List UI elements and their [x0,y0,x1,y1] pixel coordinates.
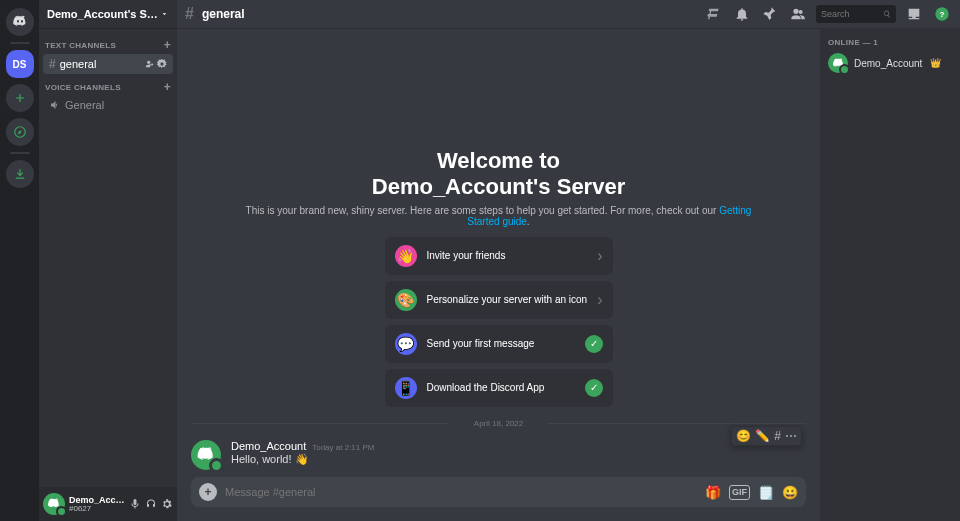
card-label: Invite your friends [427,250,588,261]
text-channels-category[interactable]: TEXT CHANNELS + [39,32,177,54]
category-label: TEXT CHANNELS [45,41,116,50]
server-rail: DS [0,0,39,521]
self-info[interactable]: Demo_Acco... #0627 [69,496,125,513]
hash-icon: # [49,57,56,71]
welcome-title: Welcome to Demo_Account's Server [239,148,759,201]
inbox-button[interactable] [904,4,924,24]
gif-button[interactable]: GIF [729,485,750,500]
attach-button[interactable]: + [199,483,217,501]
member-name: Demo_Account [854,58,922,69]
svg-text:?: ? [940,10,945,19]
message-author[interactable]: Demo_Account [231,440,306,452]
home-button[interactable] [6,8,34,36]
threads-button[interactable] [704,4,724,24]
gift-button[interactable]: 🎁 [705,485,721,500]
check-icon: ✓ [585,379,603,397]
voice-channels-category[interactable]: VOICE CHANNELS + [39,74,177,96]
channel-title: general [202,7,245,21]
sticker-button[interactable]: 🗒️ [758,485,774,500]
thread-button[interactable]: # [774,429,781,443]
invite-friends-icon: 👋 [395,245,417,267]
category-label: VOICE CHANNELS [45,83,121,92]
deafen-button[interactable] [145,498,157,510]
server-name: Demo_Account's Server [47,8,160,20]
chevron-right-icon: › [597,247,602,265]
hash-icon: # [185,5,194,23]
card-label: Download the Discord App [427,382,575,393]
search-icon [883,9,891,19]
discord-logo-icon [196,445,216,465]
first-message-icon: 💬 [395,333,417,355]
download-apps-button[interactable] [6,160,34,188]
emoji-button[interactable]: 😀 [782,485,798,500]
add-server-button[interactable] [6,84,34,112]
topbar: # general ? [177,0,960,28]
member-avatar [828,53,848,73]
server-header[interactable]: Demo_Account's Server [39,0,177,28]
chevron-down-icon [160,9,169,19]
user-panel: Demo_Acco... #0627 [39,487,177,521]
welcome-card-download[interactable]: 📱 Download the Discord App ✓ [385,369,613,407]
mute-button[interactable] [129,498,141,510]
discord-logo-icon [47,497,61,511]
search-box[interactable] [816,5,896,23]
download-icon [13,167,27,181]
plus-icon [13,91,27,105]
message-scroller[interactable]: Welcome to Demo_Account's Server This is… [177,28,820,477]
date-divider: April 18, 2022 [191,419,806,428]
welcome-block: Welcome to Demo_Account's Server This is… [239,148,759,407]
explore-servers-button[interactable] [6,118,34,146]
welcome-subtitle: This is your brand new, shiny server. He… [239,205,759,227]
channel-sidebar: Demo_Account's Server TEXT CHANNELS + # … [39,0,177,521]
invite-icon[interactable] [145,59,155,69]
help-button[interactable]: ? [932,4,952,24]
composer: + 🎁 GIF 🗒️ 😀 [177,477,820,521]
edit-button[interactable]: ✏️ [755,429,770,443]
server-icon[interactable]: DS [6,50,34,78]
member-list[interactable]: ONLINE — 1 Demo_Account 👑 [820,28,960,521]
welcome-card-personalize[interactable]: 🎨 Personalize your server with an icon › [385,281,613,319]
composer-box[interactable]: + 🎁 GIF 🗒️ 😀 [191,477,806,507]
chevron-right-icon: › [597,291,602,309]
add-reaction-button[interactable]: 😊 [736,429,751,443]
search-input[interactable] [821,9,879,19]
self-tag: #0627 [69,505,125,513]
self-avatar[interactable] [43,493,65,515]
channel-label: general [60,58,97,70]
more-button[interactable]: ⋯ [785,429,797,443]
personalize-icon: 🎨 [395,289,417,311]
card-label: Personalize your server with an icon [427,294,588,305]
rail-separator [10,152,30,154]
channel-label: General [65,99,104,111]
add-channel-button[interactable]: + [164,80,171,94]
discord-logo-icon [12,14,28,30]
discord-logo-icon [832,57,845,70]
message: Demo_Account Today at 2:11 PM Hello, wor… [191,436,806,474]
download-app-icon: 📱 [395,377,417,399]
welcome-card-first-message[interactable]: 💬 Send your first message ✓ [385,325,613,363]
rail-separator [10,42,30,44]
check-icon: ✓ [585,335,603,353]
author-avatar[interactable] [191,440,221,470]
crown-icon: 👑 [930,58,941,68]
message-text: Hello, world! 👋 [231,453,806,466]
notifications-button[interactable] [732,4,752,24]
message-actions: 😊 ✏️ # ⋯ [731,426,802,446]
message-input[interactable] [225,486,697,498]
channel-list[interactable]: TEXT CHANNELS + # general VOICE CHANNELS… [39,28,177,487]
compass-icon [13,125,27,139]
voice-channel-general[interactable]: General [43,96,173,114]
main: # general ? Welcome to Demo_Account's Se… [177,0,960,521]
channel-general[interactable]: # general [43,54,173,74]
add-channel-button[interactable]: + [164,38,171,52]
pinned-button[interactable] [760,4,780,24]
member-list-button[interactable] [788,4,808,24]
speaker-icon [49,99,61,111]
chat-area: Welcome to Demo_Account's Server This is… [177,28,820,521]
message-timestamp: Today at 2:11 PM [312,443,374,452]
welcome-card-invite[interactable]: 👋 Invite your friends › [385,237,613,275]
member-section: ONLINE — 1 [828,38,952,47]
member-row[interactable]: Demo_Account 👑 [828,51,952,75]
user-settings-button[interactable] [161,498,173,510]
gear-icon[interactable] [157,59,167,69]
